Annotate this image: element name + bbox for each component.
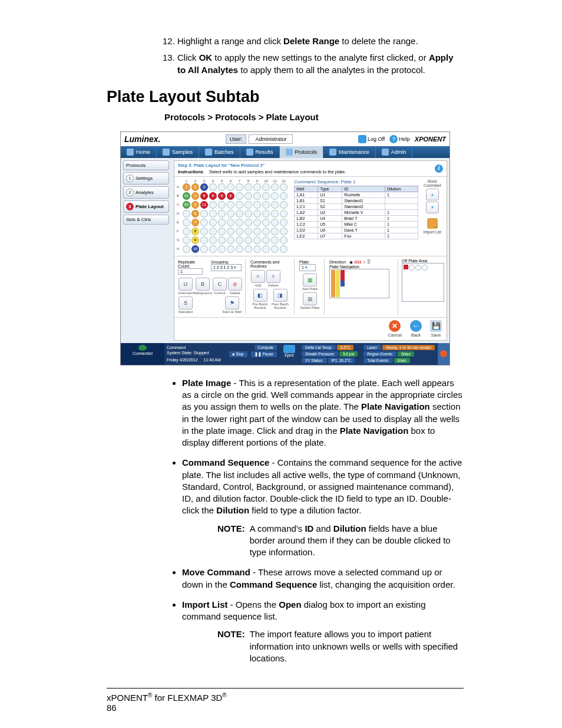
delete-icon: ⊘ [233,281,237,287]
direction-horizontal[interactable]: ○ ≣ [363,260,371,265]
background-button[interactable]: B [196,278,210,291]
eject-icon [283,345,295,353]
delete-routine-button[interactable]: ✧ [266,270,280,283]
table-row[interactable]: 1,A1U1Rochelle1 [295,192,418,197]
warning-icon[interactable] [440,350,447,357]
sequence-title: Command Sequence: Plate 1 [294,179,418,185]
step-title: Step 3: Plate Layout for "New Protocol 2… [178,163,443,168]
move-command-label: Move Command [421,179,444,187]
nav-protocols[interactable]: Protocols [280,146,324,158]
pause-button[interactable]: ❚❚ Pause [251,351,277,357]
nav-results[interactable]: Results [240,146,280,158]
start-well-button[interactable]: ⚑ [225,297,239,309]
side-nav: Protocols 1Settings 2Analytes 3Plate Lay… [121,158,171,343]
arrow-down-icon: ▼ [431,205,434,209]
table-row[interactable]: 1,B2U4Brian T1 [295,215,418,221]
back-icon: ← [410,320,422,332]
step-12: Highlight a range and click Delete Range… [177,35,464,47]
help-icon: ? [389,135,398,143]
plate-image[interactable]: 123456789101112 A123 BS14BBBB CS25C1 D6 … [177,179,292,253]
add-routine-button[interactable]: ✧ [251,270,265,283]
eject-button[interactable]: Eject [283,353,295,357]
delete-button[interactable]: ⊘ [228,278,242,291]
note-import: NOTE: The import feature allows you to i… [217,628,464,664]
brand-logo: XPONENT [415,136,446,143]
add-plate-icon: ▦ [308,277,313,283]
nav-maintenance[interactable]: Maintenance [323,146,376,158]
import-list-label: Import List [421,230,444,234]
delete-plate-icon: ▦ [308,296,313,302]
side-analytes[interactable]: 2Analytes [123,186,169,199]
section-heading: Plate Layout Subtab [107,88,464,106]
vertical-icon: ⫿⫿⫿⫿ [354,260,361,264]
sequence-table[interactable]: Well Type ID Dilution 1,A1U1Rochelle11,B… [294,186,418,239]
replicate-count-input[interactable]: 1 [178,268,203,275]
plate-navigation[interactable] [329,269,389,298]
admin-icon [382,149,389,156]
table-row[interactable]: 1,A2U2Michelle V1 [295,209,418,215]
results-icon [246,149,253,156]
grouping-label: Grouping: [211,260,242,264]
logoff-button[interactable]: Log Off [358,135,385,143]
status-led-icon [138,345,147,351]
unknown-button[interactable]: U [178,278,193,291]
table-row[interactable]: 1,B1S1Standard1 [295,197,418,203]
side-protocols[interactable]: Protocols [123,160,169,170]
plate-select[interactable]: 1 ▾ [299,264,316,271]
user-label: User: [226,134,247,144]
postbatch-button[interactable]: ◨ [273,289,287,302]
app-logo: Luminex. [124,134,160,144]
nav-batches[interactable]: Batches [199,146,240,158]
cancel-button[interactable]: ✕ Cancel [388,320,402,338]
batches-icon [205,149,212,156]
table-row[interactable]: 1,E2U7Foo1 [295,233,418,239]
step-13: Click OK to apply the new settings to th… [177,52,464,76]
compute-button[interactable]: Compute [254,345,277,350]
move-up-button[interactable]: ▲ [426,189,439,200]
user-value: Administrator [249,134,293,144]
logoff-icon [358,135,366,143]
info-icon[interactable]: i [435,164,443,173]
table-row[interactable]: 1,C2U5Mike C1 [295,221,418,227]
side-settings[interactable]: 1Settings [123,172,169,185]
replicate-count-label: Replicate Count: [178,260,206,268]
nav-home[interactable]: Home [121,146,157,158]
flag-icon: ⚑ [230,300,234,306]
save-icon: 💾 [430,320,442,332]
save-button[interactable]: 💾 Save [430,320,442,338]
instructions-label: Instructions [178,169,203,174]
table-row[interactable]: 1,C1S2Standard2 [295,203,418,209]
side-plate-layout[interactable]: 3Plate Layout [123,200,169,213]
move-down-button[interactable]: ▼ [426,202,439,213]
delete-plate-button[interactable]: ▦ [303,292,317,305]
back-button[interactable]: ← Back [410,320,422,338]
plate-label: Plate: [299,260,320,264]
stop-button[interactable]: ■ Stop [229,351,247,357]
delete-icon: ✧ [271,274,276,279]
horizontal-icon: ≣ [367,260,371,264]
postbatch-icon: ◨ [277,292,283,298]
wand-icon: ✧ [256,274,260,279]
protocols-icon [286,149,293,156]
breadcrumb: Protocols > Protocols > Plate Layout [164,112,464,122]
screenshot-figure: Luminex. User: Administrator Log Off ? H… [120,131,450,365]
standard-button[interactable]: S [178,297,193,309]
prebatch-button[interactable]: ◧ [253,289,267,302]
bullet-move-command: Move Command - These arrows move a selec… [182,566,464,591]
status-bar: Connected Command Compute System State: … [121,343,449,365]
grouping-select[interactable]: 1 2 3 1 2 3 ▾ [211,264,242,271]
add-plate-button[interactable]: ▦ [303,274,317,286]
import-list-icon[interactable] [427,218,438,229]
side-stds-ctrls[interactable]: Stds & Ctrls [123,215,169,225]
maintenance-icon [329,149,336,156]
cmd-routines-label: Commands and Routines [250,260,290,268]
direction-vertical[interactable]: ◉ ⫿⫿⫿⫿ [349,260,361,265]
help-button[interactable]: ? Help [389,135,410,143]
off-plate-area[interactable] [402,263,444,302]
control-button[interactable]: C [213,278,227,291]
chevron-down-icon: ▾ [234,265,236,269]
nav-samples[interactable]: Samples [157,146,199,158]
table-row[interactable]: 1,D2U6Dave T1 [295,227,418,233]
nav-admin[interactable]: Admin [376,146,413,158]
cancel-icon: ✕ [389,320,401,332]
